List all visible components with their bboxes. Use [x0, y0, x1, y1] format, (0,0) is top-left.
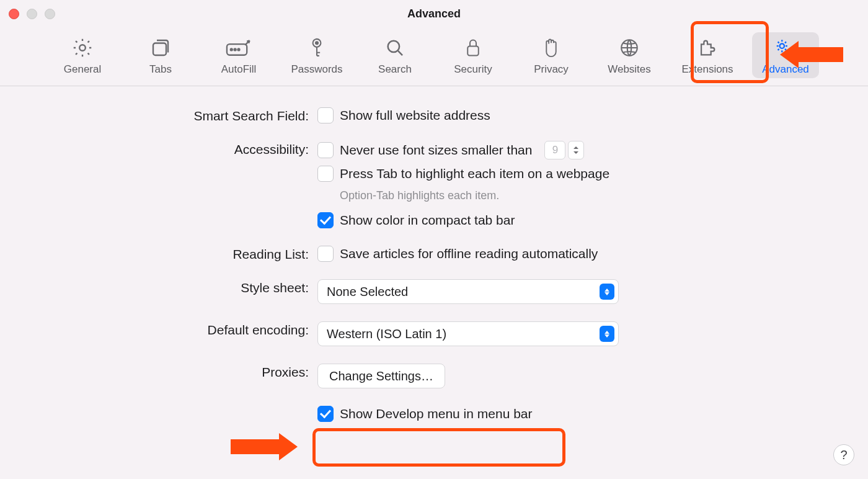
row-proxies: Proxies: Change Settings…: [0, 364, 868, 388]
checkbox-label: Show color in compact tab bar: [340, 213, 515, 228]
select-value: None Selected: [327, 285, 408, 299]
tab-general[interactable]: General: [49, 32, 116, 78]
callout-arrow-develop: [231, 433, 298, 460]
row-develop-menu: Show Develop menu in menu bar: [0, 406, 868, 422]
button-change-settings[interactable]: Change Settings…: [317, 364, 445, 388]
tab-security[interactable]: Security: [440, 32, 507, 78]
select-value: Western (ISO Latin 1): [327, 327, 446, 341]
advanced-form: Smart Search Field: Show full website ad…: [0, 86, 868, 422]
tab-autofill[interactable]: AutoFill: [205, 32, 272, 78]
checkbox-label: Show full website address: [340, 108, 490, 123]
tab-label: Advanced: [762, 63, 809, 76]
checkbox-compact-color[interactable]: [317, 212, 334, 228]
svg-point-11: [780, 43, 784, 48]
tab-label: Extensions: [681, 63, 733, 76]
tab-label: AutoFill: [221, 63, 257, 76]
label-proxies: Proxies:: [0, 364, 317, 380]
svg-point-5: [238, 48, 240, 50]
minimize-window-button[interactable]: [27, 9, 37, 19]
svg-point-4: [234, 48, 236, 50]
window-title: Advanced: [407, 7, 461, 20]
min-font-size-stepper[interactable]: [568, 141, 584, 159]
svg-point-3: [231, 48, 232, 50]
checkbox-develop-menu[interactable]: [317, 406, 334, 422]
checkbox-min-font-size[interactable]: [317, 142, 334, 158]
tab-label: General: [64, 63, 101, 76]
row-smart-search: Smart Search Field: Show full website ad…: [0, 107, 868, 123]
tab-label: Websites: [608, 63, 651, 76]
label-reading-list: Reading List:: [0, 246, 317, 262]
tab-label: Tabs: [149, 63, 172, 76]
chevron-updown-icon: [600, 326, 614, 342]
checkbox-label: Show Develop menu in menu bar: [340, 406, 533, 421]
row-accessibility: Accessibility: Never use font sizes smal…: [0, 141, 868, 228]
titlebar: Advanced: [0, 0, 868, 22]
globe-icon: [619, 36, 640, 60]
label-style-sheet: Style sheet:: [0, 279, 317, 295]
hand-icon: [541, 36, 561, 60]
hint-option-tab: Option-Tab highlights each item.: [340, 189, 609, 202]
checkbox-label: Press Tab to highlight each item on a we…: [340, 166, 609, 181]
checkbox-press-tab[interactable]: [317, 166, 334, 182]
label-default-encoding: Default encoding:: [0, 321, 317, 338]
tab-advanced[interactable]: Advanced: [752, 32, 819, 78]
zoom-window-button[interactable]: [45, 9, 55, 19]
tab-search[interactable]: Search: [361, 32, 428, 78]
tab-extensions[interactable]: Extensions: [674, 32, 741, 78]
tab-label: Security: [454, 63, 492, 76]
search-icon: [384, 36, 405, 60]
tab-tabs[interactable]: Tabs: [127, 32, 194, 78]
svg-point-12: [789, 50, 793, 54]
min-font-size-field[interactable]: 9: [544, 141, 565, 159]
svg-rect-1: [153, 43, 166, 56]
svg-point-0: [79, 45, 86, 51]
chevron-updown-icon: [600, 284, 614, 300]
help-button[interactable]: ?: [833, 444, 854, 465]
gear-icon: [71, 36, 94, 60]
key-icon: [307, 36, 327, 60]
gears-icon: [773, 36, 798, 60]
svg-rect-9: [467, 47, 479, 56]
label-smart-search: Smart Search Field:: [0, 107, 317, 123]
svg-point-7: [316, 42, 318, 44]
row-style-sheet: Style sheet: None Selected: [0, 279, 868, 304]
checkbox-label: Save articles for offline reading automa…: [340, 246, 598, 261]
checkbox-label: Never use font sizes smaller than: [340, 143, 532, 158]
label-accessibility: Accessibility:: [0, 141, 317, 157]
window-controls: [9, 9, 55, 19]
tab-privacy[interactable]: Privacy: [518, 32, 585, 78]
select-style-sheet[interactable]: None Selected: [317, 279, 619, 304]
checkbox-offline-reading[interactable]: [317, 246, 334, 262]
close-window-button[interactable]: [9, 9, 19, 19]
tab-passwords[interactable]: Passwords: [283, 32, 350, 78]
autofill-icon: [225, 36, 252, 60]
checkbox-show-full-address[interactable]: [317, 107, 334, 123]
row-default-encoding: Default encoding: Western (ISO Latin 1): [0, 321, 868, 346]
svg-point-8: [388, 41, 399, 52]
tab-label: Passwords: [291, 63, 342, 76]
puzzle-icon: [697, 36, 718, 60]
tab-websites[interactable]: Websites: [596, 32, 663, 78]
tab-label: Search: [378, 63, 412, 76]
tabs-icon: [149, 36, 172, 60]
tab-label: Privacy: [534, 63, 569, 76]
lock-icon: [464, 36, 482, 60]
select-default-encoding[interactable]: Western (ISO Latin 1): [317, 321, 619, 346]
callout-develop-checkbox: [312, 428, 565, 467]
preferences-toolbar: General Tabs AutoFill Passwords Search S…: [0, 22, 868, 86]
row-reading-list: Reading List: Save articles for offline …: [0, 246, 868, 262]
